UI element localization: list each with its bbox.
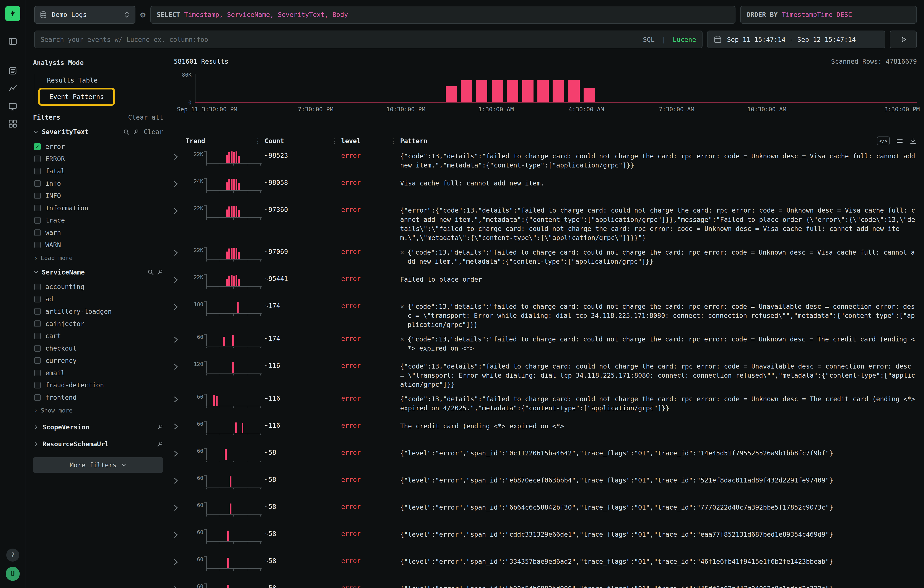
mode-event-patterns[interactable]: Event Patterns [40, 89, 113, 104]
app-logo-icon[interactable] [5, 6, 20, 21]
filter-checkbox-item[interactable]: ✓ INFO [33, 189, 163, 202]
checkbox[interactable]: ✓ [34, 193, 41, 199]
filter-checkbox-item[interactable]: ✓ error [33, 140, 163, 153]
expand-chevron-icon[interactable] [173, 583, 186, 588]
more-filters-button[interactable]: More filters [33, 457, 163, 473]
checkbox[interactable]: ✓ [34, 370, 41, 376]
facet-clear-link[interactable]: Clear [144, 128, 163, 136]
pattern-row[interactable]: 60 ~174 error × {"code":13,"details":"fa… [173, 331, 917, 358]
pattern-row[interactable]: 24K ~98058 error × Visa cache full: cann… [173, 175, 917, 202]
checkbox[interactable]: ✓ [34, 217, 41, 224]
search-icon[interactable] [147, 269, 154, 275]
expand-chevron-icon[interactable] [173, 205, 186, 215]
expand-chevron-icon[interactable] [173, 247, 186, 257]
facet-name[interactable]: ServiceName [42, 268, 85, 276]
filter-checkbox-item[interactable]: ✓ warn [33, 226, 163, 239]
checkbox[interactable]: ✓ [34, 333, 41, 339]
pin-icon[interactable] [157, 269, 163, 275]
expand-chevron-icon[interactable] [173, 421, 186, 430]
pattern-row[interactable]: 60 ~116 error × The credit card (ending … [173, 417, 917, 445]
pattern-row[interactable]: 120 ~116 error × {"code":13,"details":"f… [173, 358, 917, 390]
results-histogram[interactable]: 80K 0 Sep 11 3:30:00 PM7:30:00 PM10:30:0… [173, 74, 917, 114]
checkbox[interactable]: ✓ [34, 168, 41, 175]
expand-chevron-icon[interactable] [173, 557, 186, 566]
run-query-button[interactable] [890, 31, 917, 48]
filter-checkbox-item[interactable]: ✓ accounting [33, 281, 163, 293]
exclude-x-icon[interactable]: × [400, 335, 404, 353]
pattern-row[interactable]: 60 ~58 error × {"level":"error","span_id… [173, 499, 917, 526]
filter-checkbox-item[interactable]: ✓ WARN [33, 239, 163, 251]
filter-checkbox-item[interactable]: ✓ Information [33, 202, 163, 214]
expand-chevron-icon[interactable] [173, 394, 186, 404]
search-logs-icon[interactable] [5, 63, 21, 79]
select-query-input[interactable]: SELECT Timestamp, ServiceName, SeverityT… [150, 6, 736, 24]
facet-collapsed[interactable]: ResourceSchemaUrl [33, 440, 163, 448]
download-icon[interactable] [909, 137, 917, 145]
view-code-icon[interactable]: </> [877, 137, 890, 145]
pattern-row[interactable]: 60 ~58 error × {"level":"error","span_id… [173, 445, 917, 472]
collapse-sidebar-icon[interactable] [5, 33, 21, 49]
search-input[interactable] [41, 36, 639, 43]
dashboards-icon[interactable] [5, 115, 21, 132]
source-settings-gear-icon[interactable]: ⚙ [140, 10, 145, 19]
order-by-input[interactable]: ORDER BY TimestampTime DESC [740, 6, 917, 24]
checkbox[interactable]: ✓ [34, 242, 41, 248]
pattern-row[interactable]: 60 ~58 error × {"level":"error","span_id… [173, 580, 917, 588]
pattern-row[interactable]: 60 ~58 error × {"level":"error","span_id… [173, 553, 917, 580]
chart-explorer-icon[interactable] [5, 80, 21, 97]
expand-chevron-icon[interactable] [173, 475, 186, 485]
checkbox[interactable]: ✓ [34, 229, 41, 236]
facet-name[interactable]: SeverityText [42, 128, 89, 136]
expand-chevron-icon[interactable] [173, 301, 186, 311]
checkbox[interactable]: ✓ [34, 308, 41, 315]
chevron-down-icon[interactable] [33, 269, 39, 275]
checkbox[interactable]: ✓ [34, 156, 41, 162]
expand-chevron-icon[interactable] [173, 274, 186, 284]
pattern-row[interactable]: 22K ~97360 error × {"error":{"code":13,"… [173, 202, 917, 244]
column-header-trend[interactable]: Trend⋮ [186, 137, 265, 145]
expand-chevron-icon[interactable] [173, 361, 186, 371]
user-avatar[interactable]: U [6, 567, 20, 581]
help-button[interactable]: ? [6, 548, 19, 562]
pattern-row[interactable]: 60 ~116 error × {"code":13,"details":"fa… [173, 390, 917, 417]
filter-checkbox-item[interactable]: ✓ trace [33, 214, 163, 227]
filter-checkbox-item[interactable]: ✓ cainjector [33, 318, 163, 330]
filter-checkbox-item[interactable]: ✓ currency [33, 354, 163, 367]
checkbox[interactable]: ✓ [34, 205, 41, 211]
expand-chevron-icon[interactable] [173, 151, 186, 161]
pin-icon[interactable] [157, 424, 163, 430]
chevron-down-icon[interactable] [33, 129, 39, 135]
expand-chevron-icon[interactable] [173, 529, 186, 539]
checkbox[interactable]: ✓ [34, 143, 41, 150]
show-more-link[interactable]: › Show more [34, 407, 163, 414]
filter-checkbox-item[interactable]: ✓ artillery-loadgen [33, 305, 163, 318]
expand-chevron-icon[interactable] [173, 178, 186, 188]
expand-chevron-icon[interactable] [173, 502, 186, 512]
mode-sql-toggle[interactable]: SQL [643, 36, 655, 43]
pattern-row[interactable]: 180 ~174 error × {"code":13,"details":"f… [173, 298, 917, 331]
column-resize-handle[interactable]: ⋮ [390, 137, 396, 145]
filter-checkbox-item[interactable]: ✓ ad [33, 293, 163, 305]
pattern-row[interactable]: 22K ~98523 error × {"code":13,"details":… [173, 148, 917, 175]
source-select[interactable]: Demo Logs [34, 6, 136, 24]
load-more-link[interactable]: › Load more [34, 255, 163, 261]
filter-checkbox-item[interactable]: ✓ email [33, 367, 163, 379]
expand-chevron-icon[interactable] [173, 334, 186, 344]
sessions-monitor-icon[interactable] [5, 98, 21, 114]
facet-collapsed[interactable]: ScopeVersion [33, 423, 163, 431]
pin-icon[interactable] [157, 441, 163, 447]
histogram-plot[interactable] [195, 74, 917, 103]
clear-all-link[interactable]: Clear all [128, 114, 163, 121]
filter-checkbox-item[interactable]: ✓ info [33, 177, 163, 189]
filter-checkbox-item[interactable]: ✓ ERROR [33, 153, 163, 165]
expand-chevron-icon[interactable] [173, 448, 186, 458]
checkbox[interactable]: ✓ [34, 320, 41, 327]
column-header-level[interactable]: level⋮ [341, 137, 400, 145]
checkbox[interactable]: ✓ [34, 296, 41, 303]
filter-checkbox-item[interactable]: ✓ checkout [33, 342, 163, 354]
filter-checkbox-item[interactable]: ✓ cart [33, 330, 163, 342]
pin-icon[interactable] [133, 129, 139, 135]
checkbox[interactable]: ✓ [34, 394, 41, 401]
mode-lucene-toggle[interactable]: Lucene [673, 36, 696, 43]
pattern-row[interactable]: 22K ~95441 error × Failed to place order [173, 271, 917, 298]
